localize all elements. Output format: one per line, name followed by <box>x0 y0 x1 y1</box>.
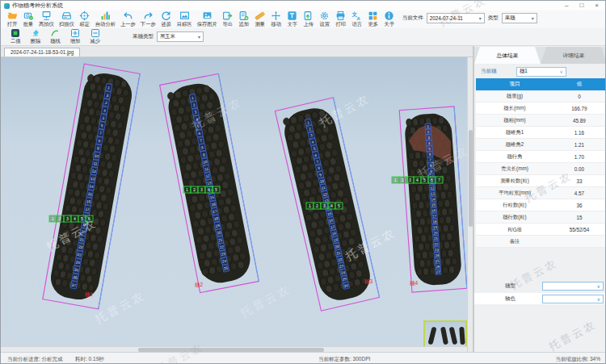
svg-text:2: 2 <box>59 216 61 221</box>
toolbar-item-ear-line[interactable]: 穗线 <box>45 28 65 44</box>
current-ear-label: 当前穗 <box>481 68 497 75</box>
ear-shape-dropdown[interactable]: ∨ <box>542 282 604 291</box>
toolbar-item-restore[interactable]: 还原 <box>158 10 175 27</box>
minimize-button[interactable]: – <box>565 2 568 10</box>
axis-color-dropdown[interactable]: ∨ <box>542 295 604 303</box>
zoom-level: 当前缩放比例: 34% <box>555 356 600 363</box>
svg-text:3: 3 <box>200 187 203 192</box>
ear-label: 穗3 <box>364 278 373 285</box>
svg-text:1: 1 <box>309 203 311 208</box>
toolbar-item-settings[interactable]: 设置 <box>317 10 333 27</box>
image-tab[interactable]: 2024-07-24-11-18-53-01.jpg <box>4 48 80 56</box>
ear-type-label: 果穗类型 <box>133 33 154 40</box>
titlebar: 作物穗考种分析系统 – □ × <box>1 1 606 10</box>
svg-text:15: 15 <box>431 203 436 207</box>
auto-analyze-icon <box>100 10 111 21</box>
maximize-button[interactable]: □ <box>579 2 583 10</box>
svg-text:17: 17 <box>432 214 437 218</box>
result-row: 行粒数(粒)36 <box>476 199 605 211</box>
doc-camera-icon <box>41 10 52 21</box>
svg-text:2: 2 <box>193 187 196 192</box>
svg-text:5: 5 <box>215 187 217 192</box>
toolbar-item-minus[interactable]: 减少 <box>85 28 105 44</box>
about-icon <box>384 10 394 21</box>
toolbar-item-auto-analyze[interactable]: 自动分析 <box>93 10 118 27</box>
toolbar-item-text[interactable]: 文字 <box>284 10 301 27</box>
type-dropdown[interactable]: 果穗▾ <box>502 13 537 23</box>
toolbar-item-scanner[interactable]: 扫描仪 <box>57 10 77 27</box>
statusbar: 当前分析进度: 分析完成 耗时: 0.19秒 当前标定参数: 300DPI 当前… <box>1 352 606 364</box>
image-tabbar: 2024-07-24-11-18-53-01.jpg <box>1 46 473 57</box>
results-panel: 总体结果 详细结果 当前穗 穗1∨ 项目 值 穗重(g)0穗长(mm)166.7… <box>473 46 606 352</box>
current-file-dropdown[interactable]: 2024-07-24-11▾ <box>427 13 485 23</box>
toolbar-item-binary[interactable]: 二值 <box>6 28 26 44</box>
app-window: 作物穗考种分析系统 – □ × 打开批量高拍仪扫描仪标定自动分析上一步下一步还原… <box>0 0 606 364</box>
toolbar-item-append[interactable]: 追加 <box>236 10 252 27</box>
toolbar-item-calibrate[interactable]: 标定 <box>77 10 93 27</box>
toolbar-item-more[interactable]: 更多 <box>365 10 381 27</box>
add-icon <box>70 28 80 38</box>
toolbar-item-open[interactable]: 打开 <box>4 10 20 27</box>
erase-icon <box>31 28 40 38</box>
image-workspace: 2024-07-24-11-18-53-01.jpg 1234567891011… <box>1 46 473 352</box>
calibration-dpi: 当前标定参数: 300DPI <box>318 356 370 363</box>
tab-overall-results[interactable]: 总体结果 <box>474 47 541 64</box>
elapsed-time: 耗时: 0.19秒 <box>75 356 104 363</box>
ear-type-dropdown[interactable]: 黑玉米▾ <box>157 31 204 42</box>
result-row: 穗粗(mm)45.89 <box>476 115 605 127</box>
svg-text:27: 27 <box>436 270 441 274</box>
chevron-down-icon: ∨ <box>597 296 600 302</box>
close-button[interactable]: × <box>595 2 599 10</box>
tab-detailed-results[interactable]: 详细结果 <box>541 47 606 64</box>
toolbar-item-target-area[interactable]: 目标区 <box>175 10 195 27</box>
ear-label: 穗2 <box>195 282 204 288</box>
svg-text:3: 3 <box>409 178 411 182</box>
toolbar-item-doc-camera[interactable]: 高拍仪 <box>36 10 57 27</box>
results-table: 项目 值 穗重(g)0穗长(mm)166.79穗粗(mm)45.89穗锥角11.… <box>476 78 605 248</box>
toolbar-item-upload[interactable]: 上传 <box>301 10 317 27</box>
svg-text:6: 6 <box>431 178 433 182</box>
scanner-icon <box>61 10 72 21</box>
result-row: 穗长(mm)166.79 <box>476 103 605 115</box>
analysis-canvas[interactable]: 1234567891011121314151617181920212223242… <box>1 57 473 352</box>
svg-text:4: 4 <box>74 216 76 221</box>
undo-icon <box>123 10 133 21</box>
toolbar-item-save-image[interactable]: 保存图片 <box>195 10 220 27</box>
ear-line-icon <box>50 28 60 38</box>
toolbar-item-about[interactable]: 关于 <box>381 10 398 27</box>
result-row: 穗行角1.70 <box>476 151 605 163</box>
svg-text:4: 4 <box>208 187 210 192</box>
toolbar-item-print[interactable]: 打印 <box>333 10 349 27</box>
toolbar-item-measure[interactable]: 测量 <box>252 10 268 27</box>
svg-text:2: 2 <box>402 178 404 182</box>
toolbar-item-language[interactable]: 文A语言 <box>349 10 365 27</box>
result-row: 穗锥角11.16 <box>476 127 605 139</box>
current-ear-dropdown[interactable]: 穗1∨ <box>516 67 566 77</box>
svg-text:12: 12 <box>430 186 435 190</box>
result-row: 备注 <box>476 236 605 248</box>
horizontal-scrollbar[interactable] <box>1 346 467 352</box>
ear-shape-label: 穗型 <box>505 282 516 290</box>
binary-icon <box>11 28 20 38</box>
result-row: 秃尖长(mm)0.00 <box>476 163 605 175</box>
corn-ear: 1234567891011121314151617181920212223242… <box>399 107 467 292</box>
toolbar-item-batch[interactable]: 批量 <box>20 10 36 27</box>
svg-text:5: 5 <box>338 203 340 208</box>
toolbar-item-undo[interactable]: 上一步 <box>118 10 138 27</box>
svg-text:25: 25 <box>436 259 440 263</box>
toolbar-item-move[interactable]: 移动 <box>268 10 284 27</box>
vertical-scrollbar[interactable] <box>467 57 473 352</box>
svg-text:1: 1 <box>186 187 188 192</box>
result-row: R/G/B55/52/54 <box>476 224 605 236</box>
toolbar-item-redo[interactable]: 下一步 <box>138 10 158 27</box>
svg-text:19: 19 <box>433 225 438 229</box>
restore-icon <box>161 10 171 21</box>
svg-text:18: 18 <box>432 220 437 224</box>
toolbar-item-erase[interactable]: 擦除 <box>26 28 46 44</box>
edit-toolbar: 二值擦除穗线增加减少 果穗类型 黑玉米▾ <box>1 28 606 46</box>
target-area-icon <box>179 10 190 21</box>
result-row: 测量粒数(粒)33 <box>476 175 605 187</box>
toolbar-item-add[interactable]: 增加 <box>65 28 86 44</box>
settings-icon <box>319 10 330 21</box>
toolbar-item-export[interactable]: 导出 <box>220 10 236 27</box>
